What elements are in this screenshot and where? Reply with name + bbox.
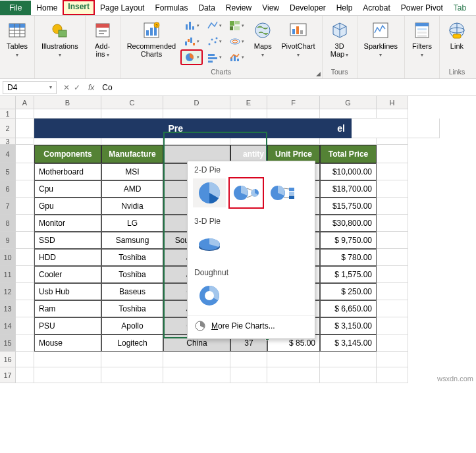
cell[interactable] <box>377 215 408 232</box>
row-header[interactable]: 17 <box>0 367 16 383</box>
row-header[interactable]: 3 <box>0 138 16 145</box>
cell[interactable] <box>230 352 267 367</box>
fx-icon[interactable]: fx <box>84 83 98 92</box>
row-header[interactable]: 9 <box>0 232 16 249</box>
pie-option-bar-of-pie[interactable] <box>267 178 300 207</box>
cell[interactable] <box>16 163 34 180</box>
tab-insert[interactable]: Insert <box>63 0 95 15</box>
cell[interactable] <box>267 109 320 119</box>
row-header[interactable]: 8 <box>0 215 16 232</box>
row-header[interactable]: 13 <box>0 300 16 317</box>
formula-bar[interactable]: Co <box>98 82 476 93</box>
illustrations-button[interactable]: Illustrations▾ <box>39 18 81 60</box>
column-header[interactable]: B <box>34 96 101 109</box>
charts-dialog-launcher[interactable]: ◢ <box>316 70 321 77</box>
cell[interactable] <box>101 352 163 367</box>
cell[interactable] <box>377 334 408 352</box>
surface-chart-button[interactable]: ▾ <box>226 34 247 49</box>
cell-total-price[interactable]: $15,750.00 <box>320 198 377 215</box>
cancel-icon[interactable]: ✕ <box>63 83 70 92</box>
cell[interactable] <box>377 232 408 249</box>
filters-button[interactable]: Filters▾ <box>409 18 435 60</box>
tab-context[interactable]: Tab <box>448 1 471 15</box>
row-header[interactable]: 12 <box>0 283 16 300</box>
column-header[interactable]: A <box>16 96 34 109</box>
cell-component[interactable]: Cpu <box>34 180 101 198</box>
cell[interactable] <box>230 109 267 119</box>
cell[interactable] <box>377 283 408 300</box>
bar-chart-button[interactable]: ▾ <box>203 50 225 65</box>
cell-component[interactable]: Motherboard <box>34 163 101 180</box>
cell[interactable] <box>377 317 408 334</box>
column-chart-button[interactable]: ▾ <box>181 18 202 33</box>
cell[interactable] <box>16 119 34 138</box>
pie-option-pie-of-pie[interactable] <box>230 178 263 207</box>
cell[interactable] <box>16 249 34 266</box>
name-box[interactable]: D4 ▾ <box>3 81 57 94</box>
scatter-chart-button[interactable]: ▾ <box>203 34 225 49</box>
row-header[interactable]: 14 <box>0 317 16 334</box>
cell[interactable] <box>16 145 34 163</box>
row-header[interactable]: 5 <box>0 163 16 180</box>
cell[interactable] <box>16 232 34 249</box>
pie-option-doughnut[interactable] <box>193 281 226 310</box>
cell[interactable] <box>163 109 230 119</box>
cell-manufacturer[interactable]: Toshiba <box>101 300 163 317</box>
more-pie-charts[interactable]: More Pie Charts... <box>188 315 315 336</box>
cell-component[interactable]: SSD <box>34 232 101 249</box>
tab-acrobat[interactable]: Acrobat <box>357 1 395 15</box>
cell[interactable] <box>352 119 408 138</box>
enter-icon[interactable]: ✓ <box>74 83 80 92</box>
tab-developer[interactable]: Developer <box>284 1 331 15</box>
cell-component[interactable]: Monitor <box>34 215 101 232</box>
addins-button[interactable]: Add-ins ▾ <box>90 18 116 60</box>
column-header[interactable]: E <box>230 96 267 109</box>
cell[interactable] <box>267 138 320 145</box>
cell-total-price[interactable]: $ 1,575.00 <box>320 266 377 283</box>
cell[interactable] <box>163 352 230 367</box>
column-header[interactable]: D <box>163 96 230 109</box>
recommended-charts-button[interactable]: ? RecommendedCharts <box>124 18 179 59</box>
column-header[interactable]: G <box>320 96 377 109</box>
cell-component[interactable]: Gpu <box>34 198 101 215</box>
cell[interactable] <box>16 109 34 119</box>
cell[interactable] <box>377 138 408 145</box>
sparklines-button[interactable]: Sparklines▾ <box>361 18 400 60</box>
cell[interactable] <box>230 367 267 383</box>
cell[interactable] <box>377 352 408 367</box>
cell[interactable] <box>267 352 320 367</box>
cell[interactable] <box>320 109 377 119</box>
cell-total-price[interactable]: $10,000.00 <box>320 163 377 180</box>
cell-component[interactable]: Mouse <box>34 334 101 352</box>
cell[interactable] <box>34 352 101 367</box>
cell-component[interactable]: Ram <box>34 300 101 317</box>
cell[interactable] <box>320 367 377 383</box>
cell[interactable] <box>377 180 408 198</box>
cell-total-price[interactable]: $30,800.00 <box>320 215 377 232</box>
combo-chart-button[interactable]: ▾ <box>226 50 247 65</box>
cell-total-price[interactable]: $ 6,650.00 <box>320 300 377 317</box>
cell[interactable] <box>377 266 408 283</box>
tab-help[interactable]: Help <box>331 1 358 15</box>
row-header[interactable]: 6 <box>0 180 16 198</box>
tab-home[interactable]: Home <box>31 1 63 15</box>
hierarchy-chart-button[interactable]: ▾ <box>226 18 247 33</box>
cell[interactable] <box>16 334 34 352</box>
cell-component[interactable]: Usb Hub <box>34 283 101 300</box>
pie-option-3d-pie[interactable] <box>193 230 226 259</box>
cell-manufacturer[interactable]: Baseus <box>101 283 163 300</box>
cell-component[interactable]: Cooler <box>34 266 101 283</box>
link-button[interactable]: Link <box>444 18 470 51</box>
tab-power-pivot[interactable]: Power Pivot <box>396 1 448 15</box>
cell-manufacturer[interactable]: Toshiba <box>101 266 163 283</box>
cell[interactable] <box>163 138 230 145</box>
cell-manufacturer[interactable]: LG <box>101 215 163 232</box>
row-header[interactable]: 16 <box>0 352 16 367</box>
cell-total-price[interactable]: $ 780.00 <box>320 249 377 266</box>
cell[interactable] <box>377 198 408 215</box>
tables-button[interactable]: Tables▾ <box>4 18 30 60</box>
column-header[interactable]: H <box>377 96 408 109</box>
3d-map-button[interactable]: 3DMap ▾ <box>327 18 353 60</box>
cell-manufacturer[interactable]: Nvidia <box>101 198 163 215</box>
cell-total-price[interactable]: $ 3,150.00 <box>320 317 377 334</box>
